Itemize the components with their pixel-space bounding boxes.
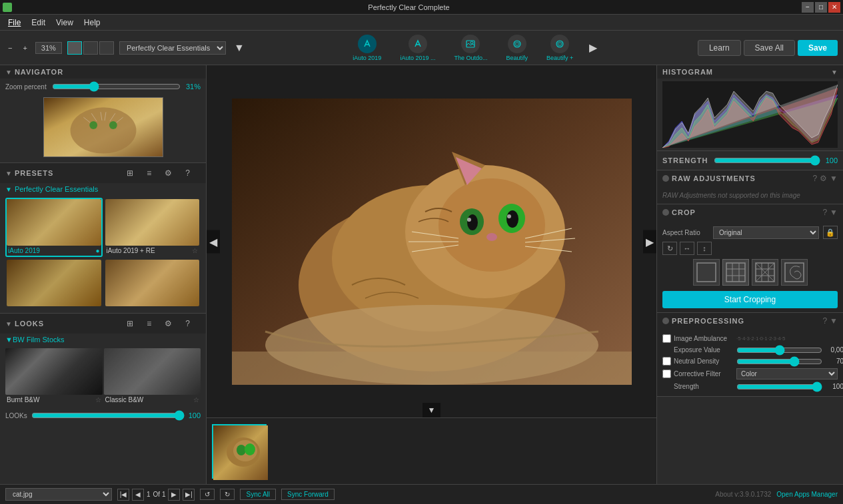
preset-dropdown[interactable]: Perfectly Clear Essentials (119, 41, 226, 55)
open-apps-manager-button[interactable]: Open Apps Manager (776, 491, 838, 498)
tab-scroll-right[interactable]: ▶ (586, 41, 600, 54)
start-cropping-button[interactable]: Start Cropping (662, 291, 838, 308)
looks-settings[interactable]: ⚙ (159, 318, 177, 330)
tab-beautify[interactable]: Beautify (498, 33, 536, 63)
crop-grid-none[interactable] (693, 259, 720, 286)
rotate-right-button[interactable]: ↻ (220, 489, 235, 500)
tab-outdoor[interactable]: The Outdo... (446, 33, 495, 63)
crop-lock-icon[interactable]: 🔒 (823, 226, 838, 239)
tab-beautifyplus[interactable]: Beautify + (538, 33, 581, 63)
preset-item-iauto2019re[interactable]: iAuto 2019 + RE ☆ (104, 198, 201, 257)
looks-group-header[interactable]: ▼ BW Film Stocks (0, 334, 206, 346)
thumbnail-svg (44, 97, 163, 157)
preset-item-iauto2019[interactable]: iAuto 2019 ● (5, 198, 103, 257)
raw-adjustments-header[interactable]: RAW ADJUSTMENTS ? ⚙ ▼ (657, 170, 843, 186)
page-next-button[interactable]: ▶ (168, 489, 180, 501)
looks-help[interactable]: ? (180, 318, 195, 330)
canvas-right-arrow[interactable]: ▶ (643, 230, 656, 253)
strength-slider[interactable] (714, 155, 820, 166)
preprocessing-collapse-icon[interactable]: ▼ (830, 316, 838, 326)
crop-grid-diagonal[interactable] (752, 259, 778, 286)
crop-spiral-icon (784, 262, 805, 283)
crop-collapse-icon[interactable]: ▼ (830, 208, 838, 217)
add-button[interactable]: + (20, 43, 29, 53)
page-prev-button[interactable]: ◀ (132, 489, 144, 501)
raw-settings-icon[interactable]: ⚙ (820, 174, 827, 183)
histogram-collapse-icon[interactable]: ▼ (831, 69, 838, 76)
navigator-header[interactable]: ▼ NAVIGATOR (0, 65, 206, 79)
page-first-button[interactable]: |◀ (117, 489, 129, 501)
save-all-button[interactable]: Save All (744, 40, 795, 56)
image-ambulance-checkbox[interactable] (662, 334, 671, 343)
crop-rotate-cw-icon[interactable]: ↻ (662, 242, 677, 255)
presets-header[interactable]: ▼ PRESETS ⊞ ≡ ⚙ ? (0, 163, 206, 183)
remove-button[interactable]: − (5, 43, 15, 53)
corrective-filter-select[interactable]: Color (736, 368, 838, 379)
presets-help[interactable]: ? (180, 167, 195, 179)
crop-aspect-select[interactable]: Original (713, 226, 819, 239)
canvas-bottom-arrow[interactable]: ▼ (422, 403, 441, 417)
look-item-classicbw[interactable]: Classic B&W ☆ (104, 348, 201, 405)
raw-collapse-icon[interactable]: ▼ (830, 174, 838, 183)
corrective-filter-label: Corrective Filter (674, 370, 734, 378)
histogram-header[interactable]: HISTOGRAM ▼ (657, 65, 843, 79)
corrective-filter-checkbox[interactable] (662, 370, 671, 378)
sync-all-button[interactable]: Sync All (240, 489, 276, 500)
svg-rect-37 (697, 263, 716, 282)
close-button[interactable]: ✕ (828, 2, 840, 13)
minimize-button[interactable]: − (802, 2, 814, 13)
preprocessing-help-icon[interactable]: ? (822, 316, 827, 326)
presets-settings[interactable]: ⚙ (159, 167, 177, 179)
view-split-button[interactable] (83, 41, 98, 55)
crop-grid-spiral[interactable] (781, 259, 808, 286)
tab-iauto2019-icon (358, 35, 377, 53)
looks-grid-view[interactable]: ⊞ (121, 318, 139, 330)
save-button[interactable]: Save (798, 40, 838, 56)
canvas-left-arrow[interactable]: ◀ (207, 230, 220, 253)
menu-help[interactable]: Help (79, 17, 106, 29)
crop-grid-rule-of-thirds[interactable] (722, 259, 749, 286)
tab-iauto2019b[interactable]: iAuto 2019 ... (392, 33, 443, 63)
look-star-classicbw[interactable]: ☆ (193, 396, 199, 403)
crop-help-icon[interactable]: ? (822, 208, 827, 217)
presets-grid-view[interactable]: ⊞ (121, 167, 139, 179)
navigator-collapse-icon: ▼ (5, 69, 12, 76)
page-last-button[interactable]: ▶| (183, 489, 195, 501)
look-item-burntbw[interactable]: Burnt B&W ☆ (5, 348, 103, 405)
presets-list-view[interactable]: ≡ (141, 167, 157, 179)
exposure-slider[interactable] (736, 346, 822, 354)
looks-strength-slider[interactable] (31, 410, 185, 421)
sync-forward-button[interactable]: Sync Forward (281, 489, 335, 500)
maximize-button[interactable]: □ (815, 2, 827, 13)
crop-flip-v-icon[interactable]: ↕ (697, 242, 712, 255)
menu-edit[interactable]: Edit (26, 17, 51, 29)
preprocessing-header[interactable]: PREPROCESSING ? ▼ (657, 313, 843, 329)
looks-header[interactable]: ▼ LOOKS ⊞ ≡ ⚙ ? (0, 314, 206, 334)
menu-file[interactable]: File (3, 17, 26, 29)
crop-header[interactable]: CROP ? ▼ (657, 204, 843, 220)
preset-item-4[interactable] (104, 258, 201, 310)
neutral-density-slider[interactable] (736, 358, 822, 366)
looks-list-view[interactable]: ≡ (141, 318, 157, 330)
crop-title: CROP (672, 208, 820, 216)
rotate-left-button[interactable]: ↺ (200, 489, 215, 500)
menu-view[interactable]: View (51, 17, 79, 29)
filename-select[interactable]: cat.jpg (5, 488, 112, 501)
preset-star-iauto2019re[interactable]: ☆ (192, 247, 198, 254)
preset-group-header[interactable]: ▼ Perfectly Clear Essentials (0, 183, 206, 195)
view-single-button[interactable] (67, 41, 82, 55)
look-star-burntbw[interactable]: ☆ (95, 396, 101, 403)
filmstrip-thumb-1[interactable] (212, 424, 267, 479)
preset-dropdown-arrow[interactable]: ▼ (231, 42, 247, 54)
tab-iauto2019[interactable]: iAuto 2019 (345, 33, 389, 63)
raw-help-icon[interactable]: ? (812, 174, 817, 183)
zoom-slider[interactable] (52, 81, 181, 92)
neutral-density-checkbox[interactable] (662, 357, 671, 366)
learn-button[interactable]: Learn (698, 40, 741, 56)
preset-item-3[interactable] (5, 258, 103, 310)
about-text: About v:3.9.0.1732 (715, 491, 771, 498)
view-compare-button[interactable] (99, 41, 114, 55)
crop-flip-h-icon[interactable]: ↔ (680, 242, 694, 255)
histogram-svg (662, 81, 838, 148)
prep-strength-slider[interactable] (736, 383, 822, 391)
